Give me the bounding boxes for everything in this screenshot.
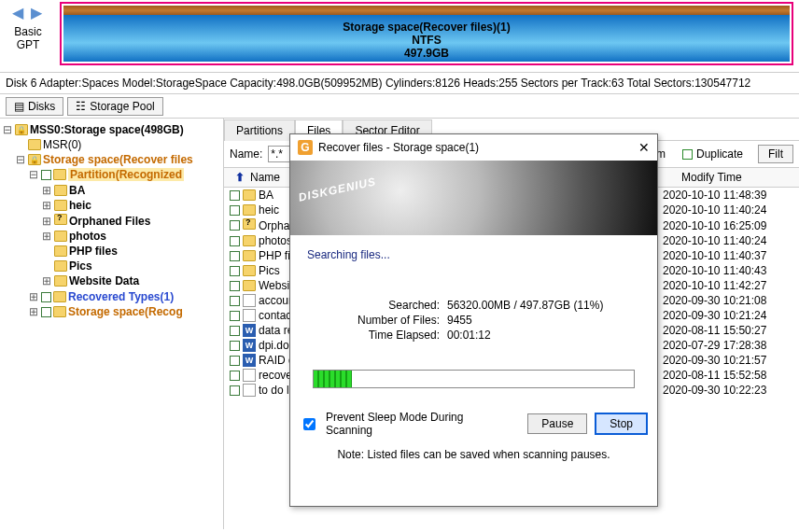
folder-icon: [243, 189, 256, 201]
file-modtime: 2020-10-10 11:42:27: [663, 279, 793, 292]
file-modtime: 2020-08-11 15:52:58: [663, 369, 793, 382]
checkbox[interactable]: [230, 385, 240, 396]
tree-recover-files[interactable]: Storage space(Recover files: [43, 153, 193, 166]
checkbox[interactable]: [230, 326, 240, 336]
prevent-sleep-checkbox[interactable]: [303, 418, 315, 430]
checkbox[interactable]: [230, 296, 240, 306]
up-arrow-icon[interactable]: ⬆: [230, 171, 250, 184]
file-modtime: 2020-10-10 11:48:39: [663, 189, 793, 202]
file-icon: [243, 369, 256, 382]
checkbox[interactable]: [41, 307, 51, 317]
checkbox[interactable]: [230, 236, 240, 246]
word-icon: W: [243, 339, 256, 352]
file-modtime: 2020-09-30 10:21:57: [663, 354, 793, 367]
folder-icon: [53, 291, 66, 302]
duplicate-label: Duplicate: [696, 147, 743, 161]
folder-icon: [54, 231, 67, 242]
tree-folder[interactable]: photos: [69, 230, 106, 243]
close-icon[interactable]: ✕: [638, 140, 650, 155]
checkbox[interactable]: [230, 251, 240, 261]
tree-msr[interactable]: MSR(0): [43, 138, 81, 151]
tree-folder[interactable]: Website Data: [69, 274, 139, 287]
recover-progress-dialog: G Recover files - Storage space(1) ✕ DIS…: [289, 133, 658, 507]
file-modtime: 2020-10-10 11:40:24: [663, 234, 793, 247]
disks-button[interactable]: ▤ Disks: [6, 97, 63, 116]
pause-button[interactable]: Pause: [527, 413, 587, 434]
checkbox[interactable]: [230, 266, 240, 276]
file-icon: [243, 294, 256, 307]
tree-recovered-types[interactable]: Recovered Types(1): [68, 290, 174, 303]
tree-root[interactable]: MSS0:Storage space(498GB): [30, 123, 184, 136]
file-modtime: 2020-10-10 11:40:43: [663, 264, 793, 277]
tree-folder[interactable]: Pics: [69, 259, 92, 273]
folder-icon: [54, 200, 67, 211]
directory-tree[interactable]: ⊟ MSS0:Storage space(498GB) MSR(0) ⊟ Sto…: [0, 119, 224, 529]
folder-icon: [54, 245, 67, 257]
file-modtime: 2020-07-29 17:28:38: [663, 339, 793, 352]
disk-icon: [15, 124, 28, 135]
tree-recog[interactable]: Storage space(Recog: [68, 305, 183, 318]
checkbox[interactable]: [230, 281, 240, 291]
file-modtime: 2020-08-11 15:50:27: [663, 324, 793, 337]
progress-bar: [313, 370, 635, 388]
folder-icon: [243, 250, 256, 261]
folder-icon: [243, 235, 256, 246]
tree-folder[interactable]: heic: [69, 199, 91, 212]
file-modtime: 2020-09-30 10:21:24: [663, 309, 793, 322]
nav-arrows-icon: ◀ ▶: [0, 4, 56, 21]
col-modify-time[interactable]: Modify Time: [681, 171, 793, 184]
folder-icon: [54, 185, 67, 196]
folder-icon: [28, 139, 41, 150]
checkbox[interactable]: [230, 341, 240, 351]
searching-status: Searching files...: [307, 248, 640, 261]
folder-icon: [53, 306, 66, 317]
checkbox[interactable]: [230, 205, 240, 216]
volume-size: 497.9GB: [63, 47, 790, 60]
file-modtime: 2020-10-10 11:40:37: [663, 249, 793, 262]
file-icon: [243, 309, 256, 322]
disk-stack-icon: ▤: [14, 100, 24, 113]
checkbox[interactable]: [230, 356, 240, 366]
folder-icon: [243, 265, 256, 276]
tree-folder[interactable]: Orphaned Files: [69, 215, 150, 228]
duplicate-checkbox[interactable]: [682, 149, 693, 160]
prevent-sleep-label: Prevent Sleep Mode During Scanning: [326, 411, 512, 437]
stop-button[interactable]: Stop: [595, 413, 648, 435]
checkbox[interactable]: [230, 371, 240, 381]
nav-mode-label1: Basic: [14, 25, 41, 38]
tree-partition[interactable]: Partition(Recognized: [68, 168, 184, 181]
checkbox[interactable]: [230, 220, 240, 231]
volume-fs: NTFS: [63, 34, 790, 47]
numfiles-value: 9455: [447, 314, 472, 327]
checkbox[interactable]: [41, 170, 51, 180]
file-icon: [243, 384, 256, 397]
volume-title: Storage space(Recover files)(1): [63, 21, 790, 34]
tree-folder[interactable]: BA: [69, 184, 85, 197]
storage-pool-button[interactable]: ☷ Storage Pool: [67, 97, 162, 116]
tree-folder[interactable]: PHP files: [69, 245, 118, 258]
word-icon: W: [243, 354, 256, 367]
disk-volume-bar[interactable]: Storage space(Recover files)(1) NTFS 497…: [56, 0, 799, 65]
folder-icon: [243, 280, 256, 291]
folder-icon: [243, 204, 256, 216]
checkbox[interactable]: [230, 190, 240, 201]
filter-button[interactable]: Filt: [758, 145, 793, 163]
word-icon: W: [243, 324, 256, 337]
checkbox[interactable]: [230, 311, 240, 321]
disk-info-line: Disk 6 Adapter:Spaces Model:StorageSpace…: [0, 73, 799, 94]
folder-icon: [53, 169, 66, 180]
folder-icon: [54, 275, 67, 287]
nav-mode[interactable]: ◀ ▶ BasicGPT: [0, 0, 56, 51]
tab-partitions[interactable]: Partitions: [224, 119, 295, 141]
file-modtime: 2020-09-30 10:21:08: [663, 294, 793, 307]
checkbox[interactable]: [41, 292, 51, 302]
dialog-note: Note: Listed files can be saved when sca…: [290, 444, 657, 469]
nav-mode-label2: GPT: [17, 38, 40, 51]
file-modtime: 2020-09-30 10:22:23: [663, 384, 793, 397]
pool-icon: ☷: [76, 100, 86, 113]
numfiles-label: Number of Files:: [335, 314, 447, 327]
folder-icon: [28, 154, 41, 165]
app-icon: G: [298, 140, 313, 155]
elapsed-value: 00:01:12: [447, 329, 491, 342]
folder-icon: [54, 260, 67, 272]
